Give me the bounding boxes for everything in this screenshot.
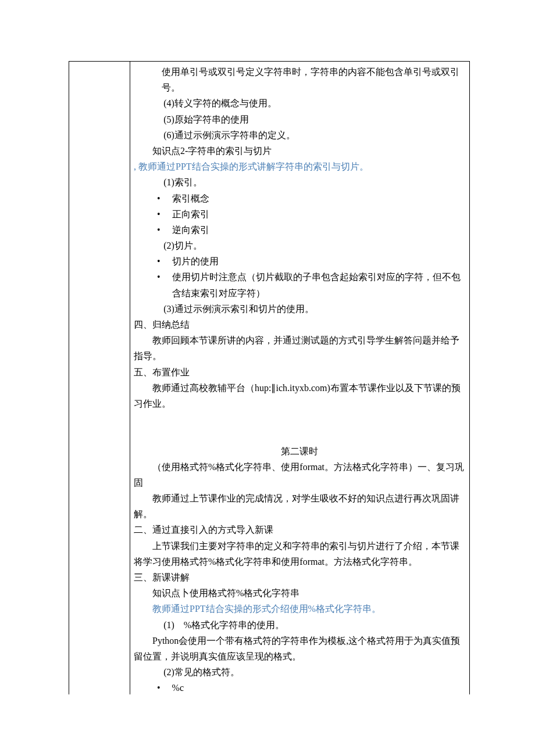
list-item: (4)转义字符的概念与使用。 <box>134 95 465 111</box>
bullet-icon: • <box>157 191 172 206</box>
bullet-icon: • <box>157 680 172 694</box>
bullet-text: 使用切片时注意点（切片截取的子串包含起始索引对应的字符，但不包含结束索引对应字符… <box>172 269 465 300</box>
bullet-text: 正向索引 <box>172 206 465 222</box>
lesson-subtitle: （使用格式符%格式化字符串、使用format。方法格式化字符串）一、复习巩固 <box>134 459 465 490</box>
paragraph: 使用单引号或双引号定义字符串时，字符串的内容不能包含单引号或双引号。 <box>134 64 465 95</box>
lesson-title: 第二课时 <box>134 443 465 459</box>
bullet-icon: • <box>157 269 172 300</box>
bullet-item: •切片的使用 <box>134 253 465 269</box>
section-heading: 五、布置作业 <box>134 364 465 380</box>
list-item: (2)切片。 <box>134 238 465 253</box>
spacer <box>134 427 465 443</box>
paragraph: 上节课我们主要对字符串的定义和字符串的索引与切片进行了介绍，本节课将学习使用格式… <box>134 538 465 569</box>
paragraph: 教师回顾本节课所讲的内容，并通过测试题的方式引导学生解答问题并给予指导。 <box>134 332 465 364</box>
section-heading: 四、归纳总结 <box>134 317 465 332</box>
spacer <box>134 411 465 427</box>
paragraph: 教师通过上节课作业的完成情况，对学生吸收不好的知识点进行再次巩固讲解。 <box>134 490 465 522</box>
list-item: (2)常见的格式符。 <box>134 664 465 680</box>
list-item: (1) %格式化字符串的使用。 <box>134 617 465 633</box>
bullet-text: 索引概念 <box>172 191 465 206</box>
bullet-text: 逆向索引 <box>172 222 465 238</box>
list-item: (3)通过示例演示索引和切片的使用。 <box>134 301 465 317</box>
list-item: (1)索引。 <box>134 174 465 190</box>
list-item: (5)原始字符串的使用 <box>134 112 465 127</box>
content-column: 使用单引号或双引号定义字符串时，字符串的内容不能包含单引号或双引号。 (4)转义… <box>130 62 469 694</box>
section-heading: 三、新课讲解 <box>134 569 465 585</box>
teacher-note: , 教师通过PPT结合实操的形式讲解字符串的索引与切片。 <box>134 159 465 174</box>
section-heading: 二、通过直接引入的方式导入新课 <box>134 522 465 538</box>
left-margin-column <box>69 62 130 694</box>
paragraph: Python会使用一个带有格式符的字符串作为模板,这个格式符用于为真实值预留位置… <box>134 633 465 664</box>
bullet-icon: • <box>157 222 172 238</box>
bullet-icon: • <box>157 206 172 222</box>
knowledge-point-title: 知识点卜使用格式符%格式化字符串 <box>134 585 465 601</box>
bullet-item: •索引概念 <box>134 191 465 206</box>
bullet-item: •正向索引 <box>134 206 465 222</box>
paragraph: 教师通过高校教辅平台（hup:∥ich.ityxb.com)布置本节课作业以及下… <box>134 380 465 411</box>
list-item: (6)通过示例演示字符串的定义。 <box>134 127 465 143</box>
teacher-note: 教师通过PPT结合实操的形式介绍使用%格式化字符串。 <box>134 601 465 617</box>
bullet-text: %c <box>172 680 465 694</box>
knowledge-point-title: 知识点2-字符串的索引与切片 <box>134 143 465 159</box>
bullet-item: •逆向索引 <box>134 222 465 238</box>
bullet-text: 切片的使用 <box>172 253 465 269</box>
bullet-item: •使用切片时注意点（切片截取的子串包含起始索引对应的字符，但不包含结束索引对应字… <box>134 269 465 300</box>
bullet-item: •%c <box>134 680 465 694</box>
document-page: 使用单引号或双引号定义字符串时，字符串的内容不能包含单引号或双引号。 (4)转义… <box>69 61 470 694</box>
bullet-icon: • <box>157 253 172 269</box>
